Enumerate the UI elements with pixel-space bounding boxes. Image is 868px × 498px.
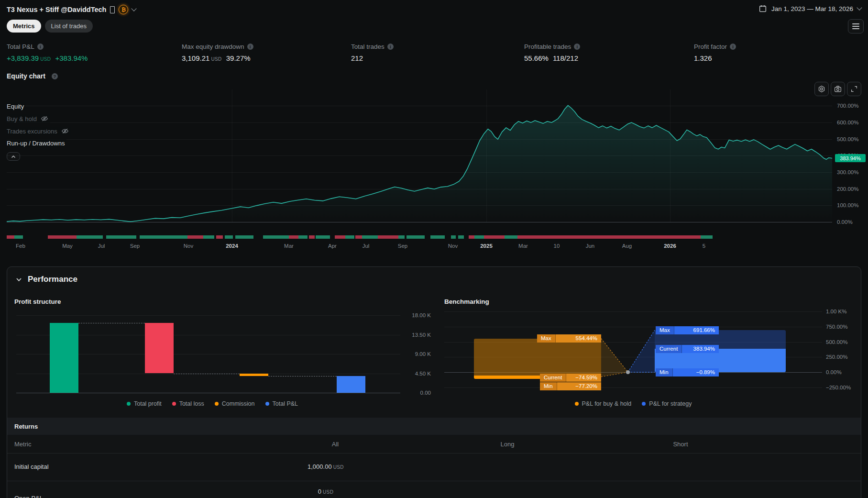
x-axis-tick-label: Mar — [510, 243, 537, 249]
chip-value: 691.66% — [674, 326, 719, 334]
x-axis-tick-label: Mar — [275, 243, 302, 249]
row-open-pnl-label: Open P&L — [14, 495, 43, 498]
x-axis-tick-label: May — [54, 243, 81, 249]
chip-value: −74.59% — [566, 374, 601, 382]
eye-off-icon — [41, 115, 48, 122]
trade-period-segment — [701, 235, 713, 239]
y-axis-tick-label: 700.00% — [837, 102, 858, 109]
col-short: Short — [633, 441, 728, 448]
trade-periods-strip[interactable] — [0, 235, 868, 239]
row-initial-capital-label: Initial capital — [14, 463, 49, 470]
returns-section-header: Returns — [7, 418, 861, 435]
x-axis-tick-label: Jul — [88, 243, 115, 249]
x-axis-tick-label: Apr — [319, 243, 346, 249]
x-axis-tick-label: 5 — [691, 243, 717, 249]
buy-hold-range-box — [474, 339, 601, 376]
x-axis-tick-label: Jul — [352, 243, 379, 249]
x-axis-tick-label: 2025 — [473, 243, 500, 249]
trade-period-segment — [7, 235, 14, 239]
chip-label: Min — [656, 368, 672, 376]
buy-hold-current-chip: Current−74.59% — [540, 374, 601, 382]
performance-card: Performance Profit structure Benchmarkin… — [7, 266, 861, 498]
y-axis-tick-label: 100.00% — [837, 202, 858, 209]
legend-equity[interactable]: Equity — [7, 102, 26, 111]
y-axis-tick-label: 200.00% — [837, 186, 858, 192]
y-axis-tick-label: 600.00% — [837, 119, 858, 126]
chip-value: 554.44% — [555, 334, 601, 343]
trade-period-segment — [505, 235, 517, 239]
chip-value: 383.94% — [681, 345, 719, 353]
trade-period-segment — [517, 235, 701, 239]
y-axis-tick-label: 1.00 K% — [826, 308, 846, 315]
trade-period-segment — [469, 235, 474, 239]
profit-structure-legend: Total profit Total loss Commission Total… — [16, 400, 408, 407]
trade-period-segment — [225, 235, 233, 239]
trade-period-segment — [48, 235, 77, 239]
trade-period-segment — [362, 235, 378, 239]
chip-value: −0.89% — [672, 368, 719, 376]
trade-period-segment — [451, 235, 456, 239]
benchmarking-legend: P&L for buy & hold P&L for strategy — [444, 400, 822, 407]
strategy-dot — [642, 402, 646, 406]
x-axis-tick-label: Aug — [614, 243, 640, 249]
strategy-tester-panel: T3 Nexus + Stiff @DaviddTech ₿ Jan 1, 20… — [0, 0, 868, 498]
y-axis-tick-label: 0.00% — [826, 369, 842, 376]
x-axis-tick-label: 2024 — [219, 243, 245, 249]
y-axis-tick-label: 750.00% — [826, 323, 847, 330]
legend-trades-excursions[interactable]: Trades excursions — [7, 127, 71, 135]
x-axis-tick-label: Sep — [389, 243, 416, 249]
y-axis-tick-label: 500.00% — [837, 136, 858, 143]
trade-period-segment — [407, 235, 425, 239]
total-loss-dot — [172, 402, 176, 406]
x-axis-tick-label: Nov — [175, 243, 202, 249]
x-axis-tick-label: Nov — [439, 243, 466, 249]
total-profit-dot — [127, 402, 131, 406]
legend-buy-and-hold[interactable]: Buy & hold — [7, 114, 50, 123]
buy-hold-dot — [575, 402, 579, 406]
trade-period-segment — [235, 235, 253, 239]
y-axis-tick-label: 250.00% — [826, 354, 847, 360]
equity-curve — [7, 86, 832, 223]
trade-period-segment — [355, 235, 362, 239]
x-axis-tick-label: Sep — [121, 243, 148, 249]
x-axis-tick-label: Jun — [577, 243, 604, 249]
trade-period-segment — [474, 235, 484, 239]
chip-label: Max — [656, 326, 674, 334]
chip-value: −77.20% — [557, 382, 601, 390]
x-axis-tick-label: 2026 — [657, 243, 683, 249]
legend-collapse-button[interactable] — [7, 152, 20, 161]
legend-runup-drawdowns[interactable]: Run-up / Drawdowns — [7, 139, 66, 147]
trade-period-segment — [187, 235, 203, 239]
benchmark-connectors — [601, 324, 655, 391]
trade-period-segment — [335, 235, 345, 239]
x-axis-tick-label: 10 — [543, 243, 570, 249]
chip-label: Current — [540, 374, 566, 382]
col-metric: Metric — [14, 441, 31, 448]
chip-label: Min — [540, 382, 557, 390]
trade-period-segment — [484, 235, 505, 239]
trade-period-segment — [263, 235, 289, 239]
commission-dot — [215, 402, 219, 406]
trade-period-segment — [458, 235, 464, 239]
trade-period-segment — [14, 235, 23, 239]
trade-period-segment — [378, 235, 398, 239]
trade-period-segment — [309, 235, 315, 239]
strategy-current-chip: Current383.94% — [656, 345, 719, 353]
trade-period-segment — [216, 235, 223, 239]
eye-off-icon — [61, 127, 69, 135]
strategy-max-chip: Max691.66% — [656, 326, 719, 334]
benchmarking-chart: 1.00 K%750.00%500.00%250.00%0.00%−250.00… — [7, 267, 861, 410]
buy-hold-max-chip: Max554.44% — [537, 334, 601, 343]
trade-period-segment — [298, 235, 308, 239]
equity-chart-plot: 700.00%600.00%500.00%400.00%300.00%200.0… — [0, 0, 868, 258]
total-pnl-dot — [265, 402, 269, 406]
chip-label: Max — [537, 334, 555, 343]
y-axis-tick-label: 300.00% — [837, 169, 858, 176]
row-open-pnl-value: 0USD — [278, 488, 374, 495]
trade-period-segment — [77, 235, 103, 239]
trade-period-segment — [398, 235, 405, 239]
strategy-min-chip: Min−0.89% — [656, 368, 719, 376]
row-initial-capital-value: 1,000.00USD — [278, 463, 374, 470]
col-long: Long — [460, 441, 555, 448]
trade-period-segment — [345, 235, 354, 239]
